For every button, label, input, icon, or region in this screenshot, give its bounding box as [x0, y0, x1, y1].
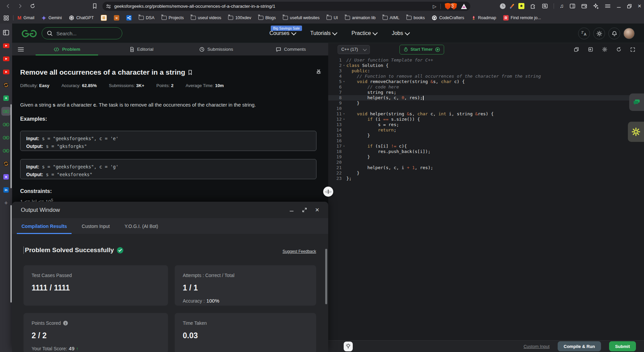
fold-caret-icon[interactable] [342, 122, 346, 127]
vertical-tab[interactable] [1, 28, 11, 37]
left-panel-scrollbar[interactable] [10, 104, 12, 188]
hint-bulb-button[interactable] [344, 342, 353, 351]
vertical-tab[interactable] [1, 159, 11, 168]
fold-caret-icon[interactable] [342, 176, 346, 181]
copy-icon[interactable] [574, 47, 579, 52]
nav-item-tutorials[interactable]: Tutorials [310, 30, 337, 36]
pen-icon[interactable] [511, 3, 513, 9]
back-icon[interactable] [5, 3, 11, 9]
bookmark-item[interactable]: MGmail [17, 15, 34, 21]
bookmark-item[interactable]: Roadmap [471, 15, 496, 21]
tab-comments[interactable]: Comments [254, 43, 328, 55]
fold-caret-icon[interactable] [342, 84, 346, 90]
fold-caret-icon[interactable] [342, 101, 346, 106]
output-tab[interactable]: Y.O.G.I. (AI Bot) [125, 218, 158, 234]
expand-icon[interactable] [302, 207, 307, 212]
bookmark-item[interactable]: CodeCrafters [432, 15, 464, 21]
bookmark-item[interactable]: DSA [139, 15, 155, 20]
fold-caret-icon[interactable] [342, 138, 346, 144]
problem-menu-icon[interactable] [12, 43, 30, 55]
vertical-tab[interactable]: in [1, 186, 11, 194]
output-tab[interactable]: Compilation Results [22, 218, 67, 234]
search-box[interactable] [42, 27, 122, 39]
fold-caret-icon[interactable] [342, 90, 346, 95]
fold-caret-icon[interactable] [342, 95, 346, 101]
fold-caret-icon[interactable] [342, 74, 346, 79]
bookmark-item[interactable]: UI [327, 15, 338, 20]
compile-run-button[interactable]: Compile & Run [558, 341, 601, 351]
output-scrollbar-thumb[interactable] [325, 249, 327, 304]
clockext-icon[interactable] [500, 3, 506, 9]
wallet-icon[interactable] [581, 3, 587, 9]
vertical-tab[interactable] [1, 41, 11, 50]
bookmark-item[interactable]: Blogs [258, 15, 276, 20]
fold-caret-icon[interactable]: ▾ [342, 144, 346, 149]
bookmark-item[interactable]: AIML [383, 15, 399, 20]
nav-item-jobs[interactable]: Jobs [392, 30, 409, 36]
fold-caret-icon[interactable] [342, 154, 346, 160]
fold-caret-icon[interactable] [342, 68, 346, 74]
vertical-tab[interactable] [1, 107, 11, 116]
puzzle-icon[interactable] [530, 3, 536, 9]
bookmark-item[interactable]: usefull websites [283, 15, 319, 20]
fold-caret-icon[interactable]: ▾ [342, 63, 346, 68]
vertical-tab[interactable] [1, 133, 11, 142]
fold-caret-icon[interactable] [342, 165, 346, 170]
panelbox-icon[interactable] [569, 3, 575, 9]
bookmark-item[interactable] [126, 15, 132, 21]
bookmark-item[interactable]: u [114, 15, 119, 21]
fold-caret-icon[interactable]: ▾ [342, 117, 346, 122]
info-icon[interactable]: i [63, 321, 68, 325]
bookmark-item[interactable]: books [406, 15, 425, 20]
brave-shield-icon[interactable]: 3 [445, 3, 457, 10]
bookmark-item[interactable]: Projects [162, 15, 184, 20]
bookmark-flag-icon[interactable] [92, 3, 97, 9]
bookmark-item[interactable]: 100xdev [228, 15, 251, 20]
fullscr-icon[interactable] [630, 47, 635, 52]
fold-caret-icon[interactable] [342, 127, 346, 133]
minimize-icon[interactable] [289, 208, 294, 212]
tab-problem[interactable]: Problem [30, 43, 104, 55]
search-input[interactable] [56, 30, 114, 37]
vertical-tab[interactable] [1, 81, 11, 89]
translate-button[interactable]: zA [578, 28, 590, 39]
music-icon[interactable]: ♫ [560, 3, 564, 9]
findbox-icon[interactable] [542, 3, 548, 9]
nav-item-practice[interactable]: Practice [351, 30, 377, 36]
fold-caret-icon[interactable]: ▾ [342, 79, 346, 84]
exportic-icon[interactable] [588, 47, 593, 52]
bookmark-item[interactable]: RFind remote jo... [503, 15, 541, 21]
tab-submissions[interactable]: Submissions [179, 43, 254, 55]
report-bug-icon[interactable] [316, 69, 321, 75]
reader-play-icon[interactable]: ▷ [433, 4, 436, 9]
fold-caret-icon[interactable] [342, 160, 346, 165]
fold-caret-icon[interactable] [342, 133, 346, 138]
hamburger-icon[interactable] [605, 3, 611, 9]
avatar[interactable] [624, 28, 635, 39]
apps-grid-icon[interactable] [3, 15, 9, 21]
output-tab[interactable]: Custom Input [82, 218, 110, 234]
vertical-tab[interactable] [1, 120, 11, 129]
start-timer-button[interactable]: Start Timer [399, 45, 444, 54]
fold-caret-icon[interactable] [342, 106, 346, 111]
vertical-tab[interactable] [1, 68, 11, 76]
bookmark-item[interactable] [101, 15, 107, 21]
site-info-icon[interactable] [106, 4, 111, 9]
notifications-button[interactable] [608, 28, 620, 39]
tab-editorial[interactable]: Editorial [104, 43, 179, 55]
vertical-tab[interactable] [1, 146, 11, 155]
bookmark-problem-icon[interactable] [188, 70, 192, 75]
fold-caret-icon[interactable]: ▾ [342, 111, 346, 117]
submit-button[interactable]: Submit [609, 341, 636, 351]
gear-icon[interactable] [602, 47, 607, 52]
suggest-feedback-link[interactable]: Suggest Feedback [283, 249, 316, 254]
refresh-icon[interactable] [616, 47, 621, 52]
restore-icon[interactable] [627, 4, 632, 9]
output-left-scrollbar[interactable] [10, 205, 12, 303]
close-icon[interactable]: ✕ [315, 207, 319, 213]
code-editor[interactable]: 1// User function Template for C++2▾clas… [328, 56, 644, 340]
custom-input-link[interactable]: Custom Input [523, 344, 549, 349]
assistant-widget-button[interactable] [628, 122, 644, 142]
vertical-tab[interactable]: + [1, 94, 11, 103]
close-icon[interactable]: × [638, 2, 641, 10]
